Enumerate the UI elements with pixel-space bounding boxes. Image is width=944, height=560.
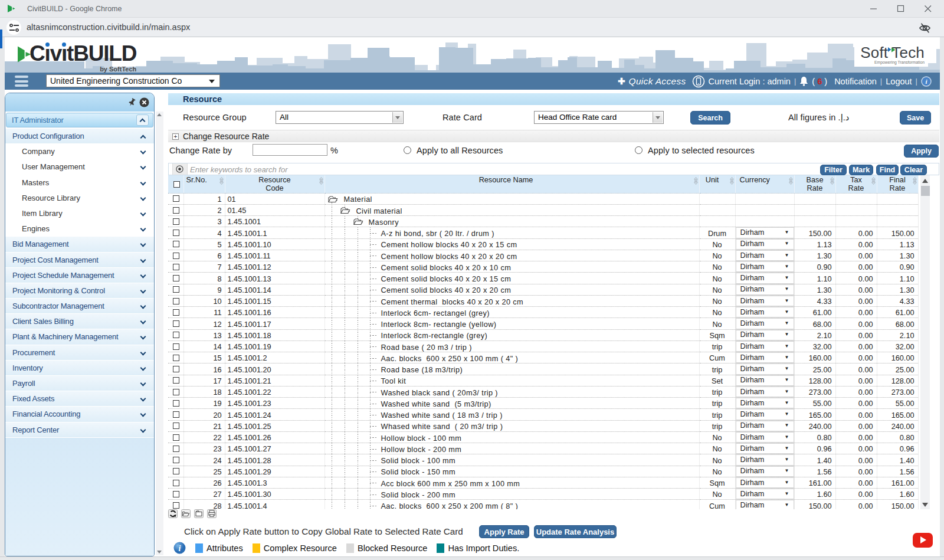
svg-text:i: i <box>179 544 181 553</box>
